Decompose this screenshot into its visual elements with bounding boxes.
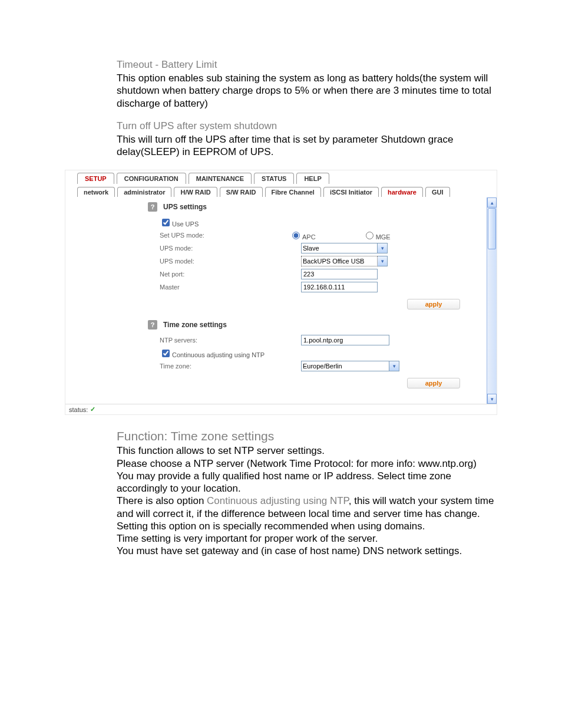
master-input[interactable]: [301, 282, 378, 292]
netport-input[interactable]: [301, 269, 378, 279]
ups-panel-title: UPS settings: [163, 203, 207, 211]
tab-configuration[interactable]: CONFIGURATION: [117, 173, 186, 184]
subtab-gui[interactable]: GUI: [425, 187, 450, 197]
ntp-servers-label: NTP servers:: [160, 337, 289, 344]
subtab-swraid[interactable]: S/W RAID: [220, 187, 263, 197]
help-icon[interactable]: ?: [148, 320, 157, 330]
tab-setup[interactable]: SETUP: [77, 173, 114, 184]
master-label: Master: [160, 284, 289, 291]
ups-mode-select[interactable]: [301, 243, 378, 253]
tab-maintenance[interactable]: MAINTENANCE: [189, 173, 252, 184]
status-label: status:: [69, 406, 88, 413]
section-body-turnoff: This will turn off the UPS after time th…: [65, 133, 497, 159]
tab-help[interactable]: HELP: [296, 173, 329, 184]
ups-model-label: UPS model:: [160, 258, 289, 265]
timezone-panel: ? Time zone settings NTP servers: Contin…: [148, 320, 484, 388]
apply-button-timezone[interactable]: apply: [407, 378, 460, 388]
status-bar: status: ✓: [65, 404, 497, 414]
app-window: SETUP CONFIGURATION MAINTENANCE STATUS H…: [65, 170, 497, 415]
section-body-timezone-func: This function allows to set NTP server s…: [65, 444, 497, 557]
ntp-servers-input[interactable]: [301, 335, 389, 345]
section-heading-turnoff: Turn off UPS after system shutdown: [65, 120, 497, 132]
continuous-ntp-checkbox[interactable]: Continuous adjusting using NTP: [160, 348, 265, 359]
timezone-panel-title: Time zone settings: [163, 321, 227, 329]
radio-apc[interactable]: APC: [289, 230, 316, 241]
chevron-down-icon[interactable]: ▾: [389, 361, 399, 371]
ups-mode-label: UPS mode:: [160, 245, 289, 252]
help-icon[interactable]: ?: [148, 202, 157, 212]
scrollbar[interactable]: ▴ ▾: [487, 197, 497, 404]
ups-model-select[interactable]: [301, 256, 378, 266]
section-body-timeout: This option enables sub staining the sys…: [65, 72, 497, 110]
subtab-network[interactable]: network: [77, 187, 115, 197]
check-icon: ✓: [90, 406, 95, 413]
subtab-hwraid[interactable]: H/W RAID: [174, 187, 217, 197]
ups-panel: ? UPS settings Use UPS Set UPS mode: APC…: [148, 202, 484, 309]
tab-status[interactable]: STATUS: [254, 173, 294, 184]
netport-label: Net port:: [160, 271, 289, 278]
sub-tab-row: network administrator H/W RAID S/W RAID …: [65, 185, 497, 197]
apply-button-ups[interactable]: apply: [407, 299, 460, 309]
timezone-select[interactable]: [301, 361, 389, 371]
content-area: ? UPS settings Use UPS Set UPS mode: APC…: [65, 197, 497, 404]
radio-mge[interactable]: MGE: [363, 230, 391, 241]
use-ups-checkbox[interactable]: Use UPS: [160, 217, 199, 228]
timezone-label: Time zone:: [160, 363, 289, 370]
subtab-hardware[interactable]: hardware: [381, 187, 423, 197]
main-tab-row: SETUP CONFIGURATION MAINTENANCE STATUS H…: [65, 170, 497, 185]
scroll-thumb[interactable]: [488, 208, 496, 249]
set-ups-mode-label: Set UPS mode:: [160, 232, 289, 239]
section-heading-timeout: Timeout - Battery Limit: [65, 59, 497, 71]
scroll-up-icon[interactable]: ▴: [487, 197, 497, 207]
chevron-down-icon[interactable]: ▾: [378, 256, 388, 266]
subtab-iscsi[interactable]: iSCSI Initiator: [323, 187, 379, 197]
scroll-down-icon[interactable]: ▾: [487, 394, 497, 404]
subtab-administrator[interactable]: administrator: [117, 187, 171, 197]
chevron-down-icon[interactable]: ▾: [378, 243, 388, 253]
section-heading-timezone-func: Function: Time zone settings: [65, 429, 497, 443]
subtab-fibrechannel[interactable]: Fibre Channel: [265, 187, 321, 197]
